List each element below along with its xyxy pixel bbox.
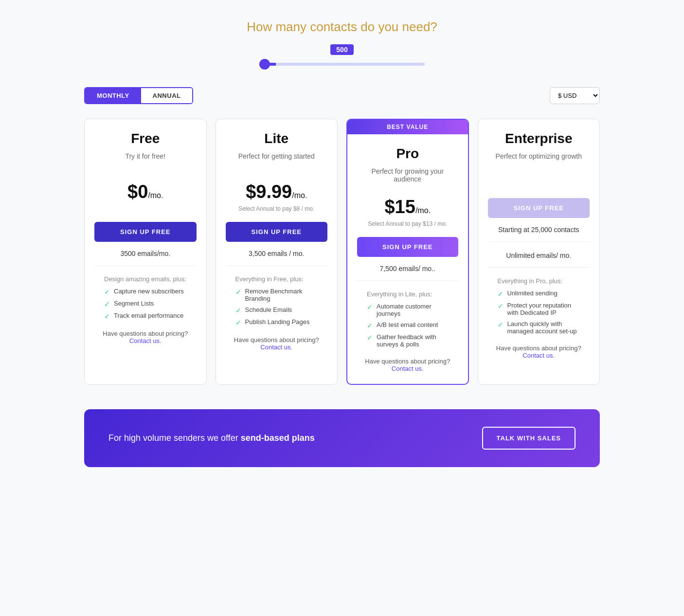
plan-price-free: $0/mo. [94,181,197,202]
features-intro-free: Design amazing emails, plus: [94,275,197,283]
check-icon: ✓ [367,322,373,329]
slider-value-label: 500 [330,44,353,55]
plan-emails-lite: 3,500 emails / mo. [226,250,328,266]
talk-with-sales-button[interactable]: TALK WITH SALES [482,427,576,450]
contacts-question: How many contacts do you need? [84,19,600,35]
features-list-free: ✓Capture new subscribers✓Segment Lists✓T… [94,288,197,320]
feature-text: Publish Landing Pages [245,318,310,326]
plan-name-enterprise: Enterprise [488,131,590,146]
check-icon: ✓ [235,288,241,296]
plan-card-pro: BEST VALUEProPerfect for growing your au… [346,119,469,385]
features-intro-lite: Everything in Free, plus: [226,275,328,283]
features-intro-pro: Everything in Lite, plus: [357,290,458,298]
feature-item: ✓Launch quickly with managed account set… [498,320,580,335]
plan-card-lite: LitePerfect for getting started $9.99/mo… [216,119,338,385]
contact-link-lite[interactable]: Contact us. [260,344,292,351]
plan-emails-pro: 7,500 emails/ mo.. [357,265,458,281]
plan-tagline-free: Try it for free! [94,152,197,172]
plan-contact-enterprise: Have questions about pricing? Contact us… [478,344,600,359]
check-icon: ✓ [104,300,110,308]
check-icon: ✓ [235,307,241,314]
plan-price-pro: $15/mo. [357,197,458,217]
feature-item: ✓Gather feedback with surveys & polls [367,333,449,348]
cta-button-enterprise[interactable]: SIGN UP FREE [488,198,590,218]
check-icon: ✓ [498,290,504,298]
feature-text: Track email performance [114,312,183,319]
best-value-badge: BEST VALUE [347,120,468,134]
feature-item: ✓Segment Lists [104,300,187,308]
plan-card-free: FreeTry it for free! $0/mo. SIGN UP FREE… [84,119,207,385]
cta-button-free[interactable]: SIGN UP FREE [94,222,197,242]
price-period-pro: /mo. [415,206,431,215]
plan-tagline-lite: Perfect for getting started [226,152,328,172]
plans-grid: FreeTry it for free! $0/mo. SIGN UP FREE… [84,119,600,385]
feature-text: Remove Benchmark Branding [245,288,318,302]
plan-name-lite: Lite [226,131,328,146]
plan-name-pro: Pro [357,146,458,162]
price-note-free [94,205,197,214]
plan-contact-lite: Have questions about pricing? Contact us… [216,336,338,351]
feature-item: ✓Unlimited sending [498,290,580,298]
banner-text: For high volume senders we offer send-ba… [108,433,315,443]
feature-item: ✓Capture new subscribers [104,288,187,296]
feature-text: Schedule Emails [245,306,292,313]
feature-item: ✓A/B test email content [367,321,449,329]
price-amount-free: $0 [127,181,148,202]
slider-container [259,59,425,68]
cta-button-lite[interactable]: SIGN UP FREE [226,222,328,242]
plan-contact-pro: Have questions about pricing? Contact us… [347,358,468,372]
price-amount-lite: $9.99 [246,181,292,202]
contact-text-pro: Have questions about pricing? [365,358,450,365]
plan-card-enterprise: EnterprisePerfect for optimizing growthS… [478,119,600,385]
contact-text-lite: Have questions about pricing? [234,336,319,344]
enterprise-note: Starting at 25,000 contacts [488,226,590,242]
contact-link-free[interactable]: Contact us. [129,337,162,344]
feature-item: ✓Schedule Emails [235,306,318,314]
cta-banner: For high volume senders we offer send-ba… [84,409,600,467]
feature-item: ✓Publish Landing Pages [235,318,318,326]
contact-text-enterprise: Have questions about pricing? [496,344,581,352]
banner-bold-text: send-based plans [241,433,315,443]
plan-emails-enterprise: Unlimited emails/ mo. [488,252,590,268]
contact-text-free: Have questions about pricing? [103,330,188,337]
plan-price-lite: $9.99/mo. [226,181,328,202]
plan-tagline-enterprise: Perfect for optimizing growth [488,152,590,172]
check-icon: ✓ [104,288,110,296]
feature-text: Protect your reputation with Dedicated I… [507,302,580,316]
banner-plain-text: For high volume senders we offer [108,433,241,443]
billing-row: MONTHLY ANNUAL $ USD € EUR £ GBP [84,87,600,104]
features-list-pro: ✓Automate customer journeys✓A/B test ema… [357,303,458,348]
annual-toggle[interactable]: ANNUAL [141,88,193,103]
feature-text: Segment Lists [114,300,154,307]
features-list-lite: ✓Remove Benchmark Branding✓Schedule Emai… [226,288,328,326]
features-list-enterprise: ✓Unlimited sending✓Protect your reputati… [488,290,590,335]
plan-name-free: Free [94,131,197,146]
price-amount-pro: $15 [384,197,415,217]
feature-text: Unlimited sending [507,290,558,297]
price-note-enterprise [488,181,590,190]
feature-text: Launch quickly with managed account set-… [507,320,580,335]
contact-link-enterprise[interactable]: Contact us. [522,352,555,359]
features-intro-enterprise: Everything in Pro, plus: [488,277,590,285]
feature-item: ✓Remove Benchmark Branding [235,288,318,302]
price-note-pro: Select Annual to pay $13 / mo. [357,220,458,229]
contacts-slider[interactable] [259,63,425,66]
check-icon: ✓ [367,303,373,311]
slider-section: 500 [84,44,600,68]
currency-select[interactable]: $ USD € EUR £ GBP [550,87,600,104]
contact-link-pro[interactable]: Contact us. [392,365,424,372]
price-period-lite: /mo. [292,191,307,199]
feature-text: Capture new subscribers [114,288,184,295]
plan-tagline-pro: Perfect for growing your audience [357,167,458,187]
billing-toggle: MONTHLY ANNUAL [84,87,193,104]
plan-contact-free: Have questions about pricing? Contact us… [85,330,206,344]
check-icon: ✓ [235,319,241,326]
plan-emails-free: 3500 emails/mo. [94,250,197,266]
cta-button-pro[interactable]: SIGN UP FREE [357,237,458,257]
check-icon: ✓ [367,334,373,342]
check-icon: ✓ [498,321,504,328]
price-period-free: /mo. [148,191,163,199]
check-icon: ✓ [104,312,110,320]
feature-item: ✓Automate customer journeys [367,303,449,317]
monthly-toggle[interactable]: MONTHLY [85,88,141,103]
